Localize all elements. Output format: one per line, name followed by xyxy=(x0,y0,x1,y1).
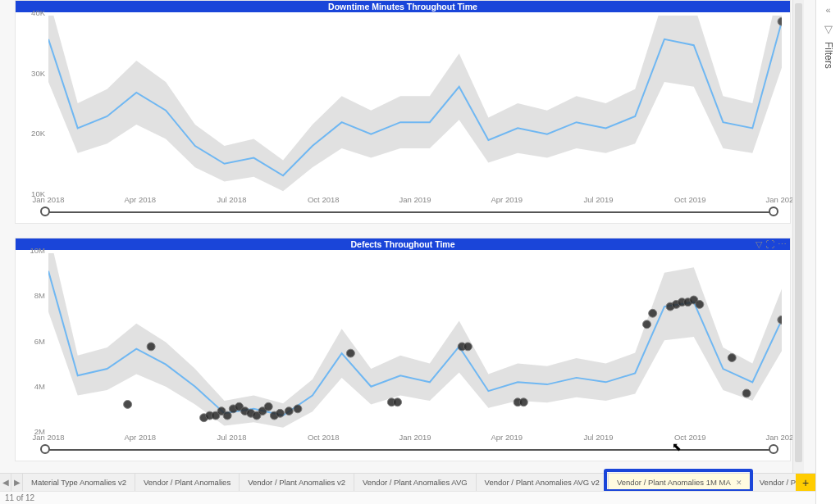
page-tab[interactable]: Vendor / Plant Anomalies 1M MA v2 xyxy=(751,474,796,491)
status-bar: 11 of 12 xyxy=(0,491,815,504)
y-axis: 10K20K30K40K xyxy=(19,12,47,193)
close-icon[interactable]: ✕ xyxy=(736,479,742,487)
x-tick-label: Jan 2019 xyxy=(399,433,431,442)
x-tick-label: Jan 2018 xyxy=(32,195,64,204)
svg-point-2 xyxy=(147,343,155,351)
page-tab[interactable]: Vendor / Plant Anomalies xyxy=(135,474,240,491)
svg-point-14 xyxy=(264,402,272,411)
page-tabs: ◀ ▶ Material Type Anomalies v2Vendor / P… xyxy=(0,473,815,491)
tab-label: Vendor / Plant Anomalies AVG v2 xyxy=(485,478,600,487)
page-indicator: 11 of 12 xyxy=(5,493,34,502)
tab-label: Vendor / Plant Anomalies xyxy=(144,478,231,487)
x-tick-label: Jan 2019 xyxy=(399,195,431,204)
svg-point-21 xyxy=(394,398,402,406)
x-tick-label: Apr 2018 xyxy=(124,195,156,204)
x-tick-label: Jul 2019 xyxy=(584,433,614,442)
canvas-scrollbar[interactable] xyxy=(792,0,804,475)
svg-point-7 xyxy=(223,411,231,420)
x-tick-label: Jul 2019 xyxy=(584,195,614,204)
svg-point-35 xyxy=(742,389,751,397)
filter-icon[interactable]: ▽ xyxy=(756,239,762,250)
slider-handle-start[interactable] xyxy=(40,207,50,216)
svg-point-33 xyxy=(696,301,704,309)
slider-handle-end[interactable] xyxy=(769,207,778,216)
y-tick-label: 20K xyxy=(19,129,45,138)
svg-point-27 xyxy=(649,309,657,317)
x-tick-label: Jul 2018 xyxy=(217,433,247,442)
svg-point-34 xyxy=(728,354,736,362)
x-tick-label: Jan 2018 xyxy=(32,433,64,442)
svg-point-26 xyxy=(642,320,651,329)
visual-header-actions: ▽ ⛶ ⋯ xyxy=(756,238,787,250)
svg-point-25 xyxy=(519,398,527,406)
x-tick-label: Apr 2019 xyxy=(491,433,523,442)
time-slider[interactable] xyxy=(39,444,780,456)
x-tick-label: Oct 2019 xyxy=(674,433,706,442)
svg-point-23 xyxy=(463,343,472,351)
slider-handle-start[interactable] xyxy=(40,444,50,454)
tab-label: Vendor / Plant Anomalies AVG xyxy=(363,478,468,487)
x-tick-label: Jul 2018 xyxy=(217,195,247,204)
chart-title: Downtime Minutes Throughout Time xyxy=(16,1,790,12)
y-tick-label: 6M xyxy=(19,336,45,345)
filter-icon: ▽ xyxy=(824,23,833,35)
y-tick-label: 40K xyxy=(19,8,45,17)
page-tab[interactable]: Vendor / Plant Anomalies AVG v2 xyxy=(477,474,609,491)
focus-icon[interactable]: ⛶ xyxy=(765,239,774,249)
svg-point-17 xyxy=(285,407,293,415)
chart-title: Defects Throughout Time xyxy=(16,238,790,250)
more-icon[interactable]: ⋯ xyxy=(778,239,787,250)
x-axis: Jan 2018Apr 2018Jul 2018Oct 2018Jan 2019… xyxy=(48,195,782,205)
page-tab[interactable]: Vendor / Plant Anomalies 1M MA✕ xyxy=(609,474,751,491)
tab-label: Vendor / Plant Anomalies v2 xyxy=(248,478,345,487)
x-tick-label: Apr 2019 xyxy=(491,195,523,204)
x-tick-label: Oct 2019 xyxy=(674,195,706,204)
slider-track xyxy=(47,211,772,213)
filters-pane-collapsed[interactable]: « ▽ Filters xyxy=(815,0,840,504)
x-tick-label: Apr 2018 xyxy=(124,433,156,442)
slider-track xyxy=(47,449,772,451)
y-tick-label: 4M xyxy=(19,381,45,390)
page-tab[interactable]: Material Type Anomalies v2 xyxy=(23,474,135,491)
tab-label: Material Type Anomalies v2 xyxy=(31,478,126,487)
page-tab[interactable]: Vendor / Plant Anomalies AVG xyxy=(354,474,477,491)
x-axis: Jan 2018Apr 2018Jul 2018Oct 2018Jan 2019… xyxy=(48,433,782,443)
svg-point-1 xyxy=(124,401,132,409)
time-slider[interactable] xyxy=(39,207,780,218)
chart-downtime[interactable]: Downtime Minutes Throughout Time 10K20K3… xyxy=(15,0,791,224)
filters-label: Filters xyxy=(823,42,834,69)
tab-label: Vendor / Plant Anomalies 1M MA xyxy=(617,478,731,487)
report-canvas: Downtime Minutes Throughout Time 10K20K3… xyxy=(0,0,815,504)
expand-filters-icon[interactable]: « xyxy=(825,5,830,15)
y-tick-label: 10M xyxy=(19,246,45,255)
x-tick-label: Oct 2018 xyxy=(308,195,340,204)
y-axis: 2M4M6M8M10M xyxy=(19,250,47,431)
svg-point-19 xyxy=(346,349,354,357)
tab-nav-prev[interactable]: ◀ xyxy=(0,474,11,491)
plot-area xyxy=(48,16,782,193)
svg-point-16 xyxy=(276,409,284,417)
y-tick-label: 30K xyxy=(19,68,45,77)
x-tick-label: Oct 2018 xyxy=(308,433,340,442)
add-page-button[interactable]: + xyxy=(796,474,815,491)
plot-area xyxy=(48,253,782,431)
tab-label: Vendor / Plant Anomalies 1M MA v2 xyxy=(760,478,796,487)
tab-nav-next[interactable]: ▶ xyxy=(11,474,23,491)
slider-handle-end[interactable] xyxy=(769,444,778,454)
chart-defects[interactable]: Defects Throughout Time ▽ ⛶ ⋯ 2M4M6M8M10… xyxy=(15,238,791,461)
y-tick-label: 8M xyxy=(19,291,45,300)
svg-point-18 xyxy=(294,405,302,413)
page-tab[interactable]: Vendor / Plant Anomalies v2 xyxy=(240,474,354,491)
